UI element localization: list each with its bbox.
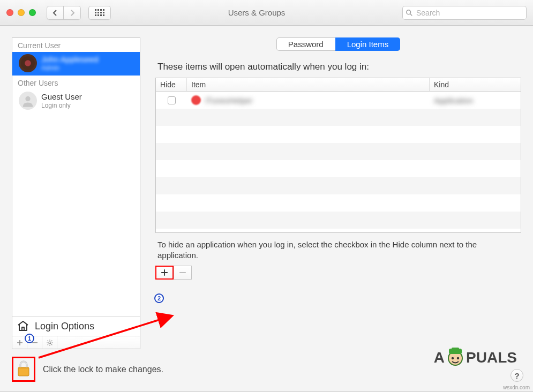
user-role: Login only (41, 102, 82, 109)
show-all-button[interactable] (88, 6, 111, 20)
svg-point-4 (25, 96, 30, 101)
zoom-window-button[interactable] (29, 9, 36, 16)
nav-buttons (47, 6, 81, 20)
user-name: Guest User (41, 92, 82, 101)
content: Current User John Appleseed Admin Other … (0, 26, 533, 349)
login-items-table: Hide Item Kind iTunesHelper Application (155, 78, 521, 233)
lock-icon[interactable] (14, 359, 33, 378)
chevron-left-icon (52, 10, 58, 16)
tab-login-items[interactable]: Login Items (335, 37, 401, 51)
remove-login-item-button[interactable] (174, 266, 192, 280)
add-login-item-button[interactable] (155, 266, 174, 280)
gear-icon (46, 339, 54, 346)
user-row-current[interactable]: John Appleseed Admin (12, 52, 140, 76)
back-button[interactable] (47, 6, 64, 20)
minus-icon (32, 340, 38, 346)
svg-line-12 (47, 344, 48, 345)
table-body: iTunesHelper Application (156, 92, 521, 232)
column-hide[interactable]: Hide (156, 78, 187, 91)
login-options-button[interactable]: Login Options (12, 316, 140, 336)
minimize-window-button[interactable] (18, 9, 25, 16)
user-actions-button[interactable] (42, 336, 57, 349)
item-kind: Application (430, 96, 521, 105)
remove-user-button[interactable] (27, 336, 42, 349)
search-icon (406, 9, 413, 17)
search-input[interactable] (416, 9, 523, 17)
avatar-icon (19, 92, 37, 110)
svg-point-3 (25, 60, 31, 66)
svg-line-10 (47, 340, 48, 341)
lock-highlight (12, 357, 35, 382)
table-header: Hide Item Kind (156, 78, 521, 92)
item-name: iTunesHelper (205, 96, 253, 105)
column-item[interactable]: Item (187, 78, 430, 91)
minus-icon (179, 269, 186, 276)
tab-segment: Password Login Items (276, 37, 400, 51)
window: Users & Groups Current User John Applese… (0, 0, 533, 392)
image-attribution: wsxdn.com (503, 385, 530, 390)
svg-point-0 (407, 10, 411, 14)
sidebar: Current User John Appleseed Admin Other … (12, 37, 140, 349)
plus-icon (17, 340, 23, 346)
hide-checkbox[interactable] (168, 96, 176, 104)
user-role: Admin (41, 64, 99, 72)
chevron-right-icon (70, 10, 75, 16)
tab-password[interactable]: Password (276, 37, 335, 51)
section-current-user: Current User (12, 38, 140, 52)
svg-point-5 (48, 341, 50, 343)
table-row[interactable]: iTunesHelper Application (156, 92, 521, 109)
svg-rect-14 (18, 367, 29, 376)
home-icon (17, 320, 29, 333)
toolbar: Users & Groups (0, 0, 533, 26)
svg-line-1 (410, 13, 412, 16)
forward-button[interactable] (64, 6, 81, 20)
login-item-controls (155, 266, 192, 280)
user-list-controls (12, 336, 140, 349)
main-pane: Password Login Items These items will op… (155, 37, 521, 349)
user-list: Current User John Appleseed Admin Other … (12, 37, 140, 336)
column-kind[interactable]: Kind (430, 78, 521, 91)
window-title: Users & Groups (119, 8, 394, 17)
login-items-description: These items will open automatically when… (157, 62, 521, 72)
close-window-button[interactable] (6, 9, 13, 16)
svg-line-11 (51, 344, 52, 345)
app-icon (191, 95, 201, 105)
plus-icon (161, 269, 168, 276)
avatar-icon (19, 54, 37, 72)
svg-rect-15 (18, 367, 29, 368)
section-other-users: Other Users (12, 76, 140, 89)
traffic-lights (6, 9, 36, 16)
lock-message: Click the lock to make changes. (43, 365, 163, 374)
login-options-label: Login Options (35, 321, 94, 332)
search-field[interactable] (402, 6, 527, 20)
grid-icon (95, 9, 104, 16)
user-row-guest[interactable]: Guest User Login only (12, 89, 140, 113)
footer: Click the lock to make changes. ? (0, 349, 533, 391)
hide-hint-text: To hide an application when you log in, … (157, 239, 519, 261)
svg-line-13 (51, 340, 52, 341)
user-name: John Appleseed (41, 55, 99, 64)
add-user-button[interactable] (12, 336, 27, 349)
help-button[interactable]: ? (511, 369, 523, 382)
